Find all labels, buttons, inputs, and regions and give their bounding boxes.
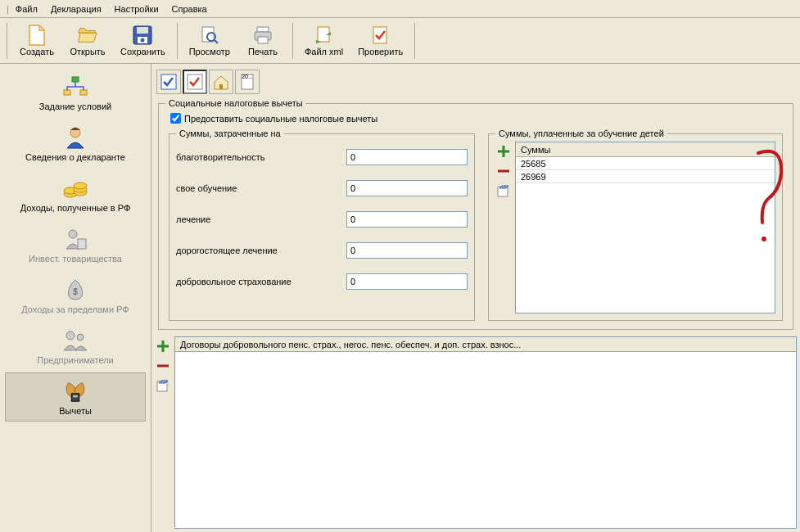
contracts-table[interactable]: Договоры добровольного пенс. страх., нег…: [174, 336, 797, 529]
print-button[interactable]: Печать: [238, 21, 287, 61]
svg-point-3: [141, 38, 145, 42]
expensive-treatment-label: дорогостоящее лечение: [176, 246, 340, 255]
children-delete-button[interactable]: [495, 163, 512, 179]
treatment-label: лечение: [176, 214, 340, 224]
children-table-header: Суммы: [516, 142, 775, 157]
people-icon: [62, 327, 88, 354]
svg-rect-1: [137, 27, 148, 34]
folder-open-icon: [78, 25, 97, 45]
mini-btn-doc[interactable]: 20...: [235, 70, 260, 94]
floppy-icon: [133, 25, 152, 45]
svg-text:$: $: [73, 287, 78, 296]
contracts-add-button[interactable]: [155, 338, 171, 354]
menu-help[interactable]: Справка: [165, 2, 214, 16]
svg-rect-30: [219, 84, 223, 89]
charity-input[interactable]: [346, 149, 468, 165]
children-edu-table[interactable]: Суммы 25685 26969: [515, 142, 775, 313]
treatment-input[interactable]: [346, 211, 468, 228]
children-edit-button[interactable]: [495, 183, 512, 199]
spent-on-group: Суммы, затраченные на благотворительност…: [169, 128, 475, 321]
provide-social-label: Предоставить социальные налоговые вычеты: [184, 114, 377, 124]
menu-settings[interactable]: Настройки: [108, 2, 165, 16]
magnifier-icon: [200, 25, 219, 45]
create-button[interactable]: Создать: [12, 21, 61, 61]
children-edu-group: Суммы, уплаченные за обучение детей: [488, 128, 783, 321]
expensive-treatment-input[interactable]: [346, 242, 468, 259]
table-row[interactable]: 26969: [516, 170, 775, 183]
deduction-type-toolbar: 20...: [155, 67, 797, 97]
svg-rect-11: [373, 27, 386, 43]
contracts-edit-button[interactable]: [155, 377, 171, 394]
svg-point-24: [66, 331, 75, 340]
table-row[interactable]: 25685: [516, 157, 775, 170]
open-button[interactable]: Открыть: [63, 21, 112, 61]
check-button[interactable]: Проверить: [351, 21, 409, 61]
charity-label: благотворительность: [176, 152, 340, 162]
svg-rect-26: [71, 394, 79, 401]
insurance-label: добровольное страхование: [176, 277, 340, 286]
own-edu-input[interactable]: [346, 180, 468, 196]
sidebar-income-abroad[interactable]: $ Доходы за пределами РФ: [5, 271, 146, 320]
sidebar-entrepreneurs[interactable]: Предприниматели: [5, 322, 146, 371]
svg-line-6: [215, 40, 218, 43]
conditions-icon: [62, 74, 88, 100]
svg-rect-13: [64, 90, 70, 95]
spent-on-legend: Суммы, затраченные на: [176, 128, 284, 138]
social-deductions-legend: Социальные налоговые вычеты: [165, 98, 306, 108]
preview-button[interactable]: Просмотр: [183, 21, 237, 61]
svg-point-21: [69, 230, 77, 238]
sidebar: Задание условий Сведения о декларанте До…: [0, 64, 151, 532]
svg-rect-27: [73, 395, 78, 398]
svg-point-25: [77, 334, 84, 340]
svg-rect-22: [78, 239, 86, 249]
money-bag-icon: $: [62, 277, 88, 303]
svg-rect-12: [72, 77, 79, 82]
contracts-delete-button[interactable]: [155, 358, 171, 374]
save-button[interactable]: Сохранить: [114, 21, 172, 61]
new-file-icon: [27, 25, 47, 45]
filexml-button[interactable]: Файл xml: [298, 21, 350, 61]
svg-point-20: [74, 183, 87, 189]
provide-social-checkbox[interactable]: [170, 113, 181, 124]
mini-btn-property[interactable]: [209, 70, 233, 94]
xml-file-icon: [314, 25, 334, 45]
printer-icon: [253, 25, 273, 45]
svg-rect-9: [258, 37, 268, 43]
contracts-table-header: Договоры добровольного пенс. страх., нег…: [175, 337, 796, 352]
svg-rect-14: [80, 90, 87, 95]
own-edu-label: свое обучение: [176, 183, 340, 193]
coins-icon: [62, 175, 88, 201]
sidebar-deductions[interactable]: Вычеты: [5, 372, 146, 422]
sidebar-invest[interactable]: Инвест. товарищества: [5, 220, 146, 269]
sidebar-income-rf[interactable]: Доходы, полученные в РФ: [5, 169, 146, 219]
check-icon: [371, 25, 391, 45]
menu-file[interactable]: Файл: [9, 2, 44, 16]
sidebar-declarant[interactable]: Сведения о декларанте: [5, 119, 146, 168]
deductions-icon: [62, 378, 88, 404]
invest-icon: [62, 226, 88, 252]
svg-rect-7: [257, 27, 269, 32]
insurance-input[interactable]: [346, 273, 468, 290]
mini-btn-social[interactable]: [183, 70, 207, 94]
mini-btn-standard[interactable]: [156, 70, 181, 94]
menu-declaration[interactable]: Декларация: [44, 2, 108, 16]
person-icon: [62, 124, 88, 151]
children-add-button[interactable]: [495, 143, 512, 160]
social-deductions-group: Социальные налоговые вычеты Предоставить…: [158, 98, 793, 330]
children-edu-legend: Суммы, уплаченные за обучение детей: [495, 128, 667, 138]
sidebar-conditions[interactable]: Задание условий: [5, 68, 146, 117]
